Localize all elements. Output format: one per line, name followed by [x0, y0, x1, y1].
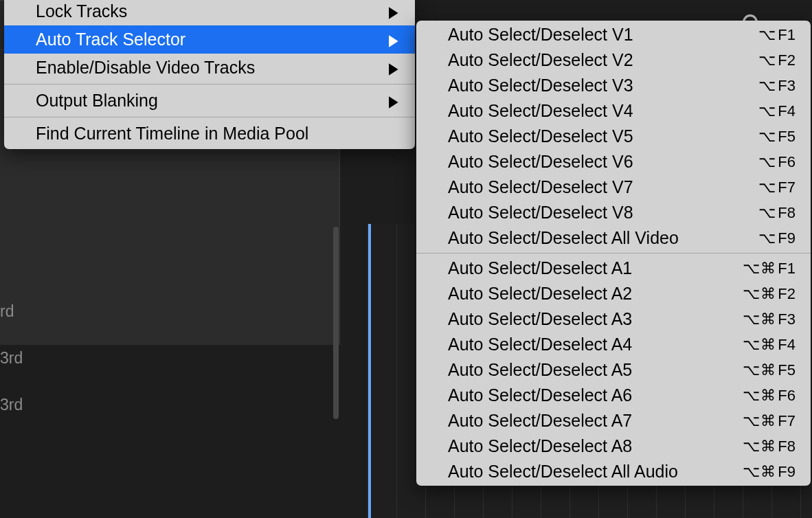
- function-key: F2: [778, 52, 796, 69]
- submenu-item-auto-select-deselect-a5[interactable]: Auto Select/Deselect A5⌥⌘F5: [416, 357, 811, 383]
- menu-item-label: Auto Track Selector: [36, 30, 185, 49]
- context-menu: Lock Tracks▶Auto Track Selector▶Enable/D…: [4, 0, 415, 149]
- menu-item-label: Enable/Disable Video Tracks: [36, 58, 255, 78]
- menu-divider: [416, 253, 811, 254]
- function-key: F1: [778, 26, 796, 44]
- modifier-keys: ⌥: [758, 26, 776, 44]
- keyboard-shortcut: ⌥F3: [758, 77, 796, 95]
- function-key: F8: [778, 438, 796, 455]
- function-key: F2: [778, 285, 796, 303]
- keyboard-shortcut: ⌥F5: [758, 128, 796, 146]
- function-key: F3: [778, 311, 796, 328]
- function-key: F4: [778, 336, 796, 354]
- submenu-item-auto-select-deselect-a2[interactable]: Auto Select/Deselect A2⌥⌘F2: [416, 281, 811, 306]
- submenu-item-auto-select-deselect-v2[interactable]: Auto Select/Deselect V2⌥F2: [416, 47, 811, 73]
- keyboard-shortcut: ⌥F8: [758, 204, 796, 222]
- submenu-item-auto-select-deselect-v5[interactable]: Auto Select/Deselect V5⌥F5: [416, 124, 811, 149]
- function-key: F6: [778, 153, 796, 171]
- modifier-keys: ⌥⌘: [743, 463, 776, 481]
- function-key: F9: [778, 229, 796, 247]
- menu-item-label: Find Current Timeline in Media Pool: [36, 124, 308, 144]
- keyboard-shortcut: ⌥F9: [758, 229, 796, 247]
- submenu-item-auto-select-deselect-a1[interactable]: Auto Select/Deselect A1⌥⌘F1: [416, 256, 811, 281]
- submenu-arrow-icon: ▶: [389, 1, 398, 21]
- submenu-item-label: Auto Select/Deselect V3: [448, 76, 633, 95]
- keyboard-shortcut: ⌥F1: [758, 26, 796, 44]
- clip-label: rd: [0, 302, 14, 321]
- submenu-item-label: Auto Select/Deselect A2: [448, 284, 632, 304]
- keyboard-shortcut: ⌥⌘F5: [743, 361, 796, 379]
- submenu-item-auto-select-deselect-v1[interactable]: Auto Select/Deselect V1⌥F1: [416, 22, 811, 47]
- modifier-keys: ⌥: [758, 128, 776, 146]
- clip-label: 3rd: [0, 349, 23, 368]
- modifier-keys: ⌥⌘: [743, 260, 776, 278]
- modifier-keys: ⌥⌘: [743, 387, 776, 405]
- submenu-item-auto-select-deselect-all-video[interactable]: Auto Select/Deselect All Video⌥F9: [416, 225, 811, 251]
- submenu-item-auto-select-deselect-v3[interactable]: Auto Select/Deselect V3⌥F3: [416, 73, 811, 98]
- function-key: F9: [778, 463, 796, 481]
- modifier-keys: ⌥⌘: [743, 285, 776, 303]
- submenu-arrow-icon: ▶: [389, 30, 398, 49]
- submenu-item-label: Auto Select/Deselect V1: [448, 25, 633, 45]
- submenu-item-auto-select-deselect-a8[interactable]: Auto Select/Deselect A8⌥⌘F8: [416, 433, 811, 459]
- playhead-marker[interactable]: [368, 224, 371, 518]
- submenu-item-label: Auto Select/Deselect A6: [448, 385, 632, 405]
- keyboard-shortcut: ⌥⌘F8: [743, 438, 796, 455]
- menu-item-label: Output Blanking: [36, 91, 158, 111]
- modifier-keys: ⌥⌘: [743, 336, 776, 354]
- function-key: F5: [778, 128, 796, 146]
- function-key: F6: [778, 387, 796, 405]
- function-key: F5: [778, 361, 796, 379]
- modifier-keys: ⌥: [758, 179, 776, 196]
- menu-item-output-blanking[interactable]: Output Blanking▶: [4, 87, 415, 115]
- submenu-item-label: Auto Select/Deselect All Audio: [448, 462, 678, 482]
- function-key: F8: [778, 204, 796, 222]
- submenu-item-auto-select-deselect-v4[interactable]: Auto Select/Deselect V4⌥F4: [416, 98, 811, 124]
- submenu-arrow-icon: ▶: [389, 58, 398, 78]
- modifier-keys: ⌥: [758, 204, 776, 222]
- keyboard-shortcut: ⌥F2: [758, 52, 796, 69]
- submenu-item-auto-select-deselect-a6[interactable]: Auto Select/Deselect A6⌥⌘F6: [416, 383, 811, 408]
- function-key: F3: [778, 77, 796, 95]
- modifier-keys: ⌥: [758, 153, 776, 171]
- submenu-item-auto-select-deselect-a4[interactable]: Auto Select/Deselect A4⌥⌘F4: [416, 332, 811, 357]
- modifier-keys: ⌥⌘: [743, 412, 776, 430]
- modifier-keys: ⌥⌘: [743, 361, 776, 379]
- function-key: F4: [778, 102, 796, 120]
- menu-item-auto-track-selector[interactable]: Auto Track Selector▶: [4, 25, 415, 54]
- submenu-item-label: Auto Select/Deselect A3: [448, 309, 632, 329]
- menu-item-find-current-timeline-in-media-pool[interactable]: Find Current Timeline in Media Pool: [4, 120, 415, 148]
- submenu-item-auto-select-deselect-a3[interactable]: Auto Select/Deselect A3⌥⌘F3: [416, 306, 811, 332]
- submenu-item-label: Auto Select/Deselect A8: [448, 436, 632, 456]
- submenu-arrow-icon: ▶: [389, 91, 398, 111]
- scrollbar[interactable]: [333, 227, 339, 419]
- keyboard-shortcut: ⌥⌘F4: [743, 336, 796, 354]
- submenu-item-label: Auto Select/Deselect V8: [448, 203, 633, 223]
- modifier-keys: ⌥⌘: [743, 311, 776, 328]
- keyboard-shortcut: ⌥F7: [758, 179, 796, 196]
- keyboard-shortcut: ⌥F4: [758, 102, 796, 120]
- menu-divider: [4, 84, 415, 85]
- submenu-item-label: Auto Select/Deselect All Video: [448, 228, 679, 248]
- submenu-item-auto-select-deselect-v7[interactable]: Auto Select/Deselect V7⌥F7: [416, 174, 811, 200]
- menu-divider: [4, 117, 415, 117]
- submenu-item-label: Auto Select/Deselect A5: [448, 360, 632, 380]
- menu-item-label: Lock Tracks: [36, 1, 127, 21]
- submenu-item-auto-select-deselect-all-audio[interactable]: Auto Select/Deselect All Audio⌥⌘F9: [416, 459, 811, 484]
- submenu-item-label: Auto Select/Deselect A7: [448, 411, 632, 431]
- menu-item-enable-disable-video-tracks[interactable]: Enable/Disable Video Tracks▶: [4, 54, 415, 82]
- modifier-keys: ⌥: [758, 77, 776, 95]
- keyboard-shortcut: ⌥⌘F1: [743, 260, 796, 278]
- modifier-keys: ⌥⌘: [743, 438, 776, 455]
- function-key: F7: [778, 179, 796, 196]
- submenu-auto-track-selector: Auto Select/Deselect V1⌥F1Auto Select/De…: [416, 21, 811, 486]
- keyboard-shortcut: ⌥F6: [758, 153, 796, 171]
- submenu-item-label: Auto Select/Deselect A4: [448, 335, 632, 354]
- submenu-item-auto-select-deselect-v8[interactable]: Auto Select/Deselect V8⌥F8: [416, 200, 811, 225]
- menu-item-lock-tracks[interactable]: Lock Tracks▶: [4, 0, 415, 25]
- submenu-item-auto-select-deselect-a7[interactable]: Auto Select/Deselect A7⌥⌘F7: [416, 408, 811, 433]
- submenu-item-label: Auto Select/Deselect V6: [448, 152, 633, 172]
- submenu-item-auto-select-deselect-v6[interactable]: Auto Select/Deselect V6⌥F6: [416, 149, 811, 174]
- keyboard-shortcut: ⌥⌘F7: [743, 412, 796, 430]
- submenu-item-label: Auto Select/Deselect V5: [448, 126, 633, 146]
